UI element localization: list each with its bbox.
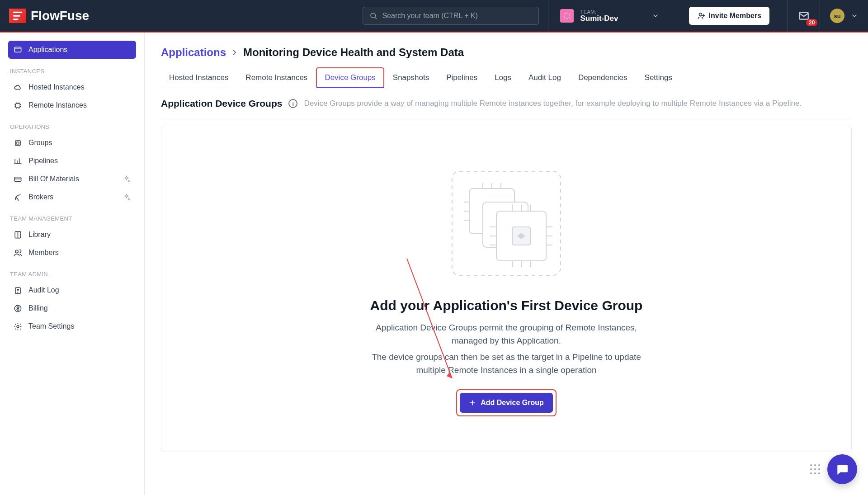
brand-logo[interactable]: FlowFuse [0, 9, 98, 23]
chat-fab-button[interactable] [827, 454, 857, 484]
sidebar-item-team-settings[interactable]: Team Settings [8, 317, 136, 335]
svg-point-12 [17, 325, 19, 328]
chevron-down-icon [844, 12, 858, 19]
invite-label: Invite Members [709, 12, 761, 20]
sidebar-item-label: Hosted Instances [28, 83, 85, 91]
card-icon [14, 175, 22, 184]
brand-name: FlowFuse [31, 9, 89, 23]
apps-icon [14, 46, 22, 54]
tabs: Hosted Instances Remote Instances Device… [161, 68, 852, 88]
tab-hosted-instances[interactable]: Hosted Instances [161, 68, 236, 88]
sidebar-section-operations: OPERATIONS [8, 114, 136, 134]
chip-icon [14, 101, 22, 110]
svg-rect-4 [14, 47, 21, 52]
page-title: Monitoring Device Health and System Data [243, 46, 464, 59]
annotation-arrow [405, 256, 459, 387]
sidebar-item-label: Remote Instances [28, 101, 87, 109]
tab-audit-log[interactable]: Audit Log [520, 68, 569, 88]
tab-settings[interactable]: Settings [637, 68, 680, 88]
add-device-group-button[interactable]: Add Device Group [460, 393, 553, 413]
drag-handle-icon[interactable] [810, 464, 820, 474]
sidebar-item-label: Brokers [28, 193, 53, 201]
user-menu[interactable]: su [820, 0, 868, 32]
main-content: Applications Monitoring Device Health an… [145, 33, 868, 495]
search-input[interactable]: Search your team (CTRL + K) [363, 7, 539, 25]
chevron-right-icon [231, 48, 239, 57]
sidebar: Applications INSTANCES Hosted Instances … [0, 33, 145, 495]
team-label: TEAM: [580, 9, 618, 14]
sidebar-item-audit-log[interactable]: Audit Log [8, 281, 136, 299]
pipelines-icon [14, 157, 22, 165]
chat-icon [835, 462, 849, 476]
sidebar-item-label: Billing [28, 304, 48, 312]
tab-snapshots[interactable]: Snapshots [385, 68, 437, 88]
search-icon [369, 12, 377, 20]
sidebar-section-instances: INSTANCES [8, 59, 136, 78]
flowfuse-logo-icon [9, 9, 26, 23]
tab-logs[interactable]: Logs [486, 68, 519, 88]
breadcrumb-applications-link[interactable]: Applications [161, 46, 226, 59]
sidebar-item-label: Audit Log [28, 286, 59, 294]
clipboard-icon [14, 286, 22, 295]
sidebar-item-label: Bill Of Materials [28, 175, 79, 183]
gear-icon [14, 322, 22, 331]
sidebar-item-hosted-instances[interactable]: Hosted Instances [8, 78, 136, 96]
sidebar-section-mgmt: TEAM MANAGEMENT [8, 206, 136, 226]
svg-point-2 [699, 13, 702, 16]
sparkle-icon [123, 193, 131, 201]
team-name: Sumit-Dev [580, 14, 618, 23]
sidebar-item-members[interactable]: Members [8, 244, 136, 262]
empty-state-para-2: The device groups can then be set as the… [357, 351, 656, 377]
chevron-down-icon [625, 12, 659, 19]
team-selector[interactable]: TEAM: Sumit-Dev [548, 0, 670, 32]
tab-dependencies[interactable]: Dependencies [570, 68, 636, 88]
search-placeholder: Search your team (CTRL + K) [382, 12, 477, 20]
section-description: Device Groups provide a way of managing … [304, 99, 802, 108]
info-icon[interactable]: i [288, 99, 297, 108]
sidebar-item-label: Members [28, 249, 59, 257]
users-icon [14, 249, 22, 257]
sidebar-item-groups[interactable]: Groups [8, 134, 136, 152]
annotation-highlight-box: Add Device Group [457, 390, 556, 415]
empty-state-para-1: Application Device Groups permit the gro… [357, 321, 656, 347]
user-avatar: su [830, 9, 844, 23]
team-avatar-icon [560, 9, 574, 23]
sidebar-item-library[interactable]: Library [8, 226, 136, 244]
sidebar-item-label: Pipelines [28, 157, 58, 165]
svg-rect-1 [564, 13, 570, 19]
svg-rect-5 [16, 103, 20, 108]
sidebar-item-label: Applications [28, 46, 67, 54]
sidebar-item-brokers[interactable]: Brokers [8, 188, 136, 206]
sidebar-item-pipelines[interactable]: Pipelines [8, 152, 136, 170]
sparkle-icon [123, 175, 131, 183]
empty-state-card: Add your Application's First Device Grou… [161, 126, 852, 452]
svg-point-0 [371, 13, 376, 18]
svg-rect-6 [15, 140, 20, 145]
svg-line-18 [407, 259, 452, 378]
broadcast-icon [14, 193, 22, 202]
sidebar-item-label: Team Settings [28, 322, 74, 330]
groups-icon [14, 139, 22, 147]
sidebar-item-label: Library [28, 231, 51, 239]
tab-pipelines[interactable]: Pipelines [438, 68, 486, 88]
sidebar-item-remote-instances[interactable]: Remote Instances [8, 96, 136, 114]
dollar-icon [14, 304, 22, 313]
notification-badge: 20 [806, 19, 817, 26]
tab-device-groups[interactable]: Device Groups [316, 68, 383, 88]
sidebar-item-label: Groups [28, 139, 52, 147]
cloud-icon [14, 83, 22, 92]
invite-members-button[interactable]: Invite Members [689, 7, 769, 25]
breadcrumb: Applications Monitoring Device Health an… [161, 46, 852, 59]
book-icon [14, 231, 22, 239]
sidebar-item-applications[interactable]: Applications [8, 41, 136, 59]
svg-point-9 [15, 250, 18, 253]
notifications-button[interactable]: 20 [788, 0, 820, 32]
sidebar-item-bom[interactable]: Bill Of Materials [8, 170, 136, 188]
empty-state-illustration [448, 167, 565, 280]
cta-label: Add Device Group [481, 399, 544, 407]
tab-remote-instances[interactable]: Remote Instances [237, 68, 316, 88]
sidebar-item-billing[interactable]: Billing [8, 299, 136, 317]
plus-icon [469, 399, 476, 406]
section-title: Application Device Groups [161, 98, 282, 109]
sidebar-section-admin: TEAM ADMIN [8, 262, 136, 281]
